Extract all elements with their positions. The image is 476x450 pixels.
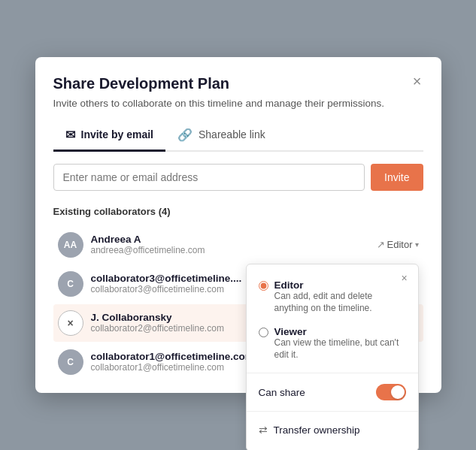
collaborator-name: Andreea A — [91, 234, 369, 245]
viewer-label: Viewer — [274, 326, 406, 337]
collaborators-section-title: Existing collaborators (4) — [53, 206, 423, 217]
toggle-thumb — [391, 385, 405, 399]
external-link-icon: ↗ — [377, 239, 385, 250]
viewer-description: Can view the timeline, but can't edit it… — [274, 337, 406, 361]
transfer-label: Transfer ownership — [274, 424, 360, 436]
collaborator-role[interactable]: ↗ Editor ▾ — [377, 239, 419, 250]
can-share-row: Can share — [247, 379, 418, 405]
transfer-ownership-row[interactable]: ⇄ Transfer ownership — [247, 418, 418, 442]
tab-bar: ✉ Invite by email 🔗 Shareable link — [53, 120, 423, 152]
link-icon: 🔗 — [177, 128, 193, 142]
can-share-label: Can share — [259, 387, 305, 398]
tab-invite-by-email[interactable]: ✉ Invite by email — [53, 120, 165, 152]
collaborator-info: Andreea A andreea@officetimeline.com — [91, 234, 369, 255]
dropdown-divider — [247, 373, 418, 373]
viewer-option-text: Viewer Can view the timeline, but can't … — [274, 326, 406, 361]
collaborator-email: andreea@officetimeline.com — [91, 245, 369, 255]
collaborator-item: AA Andreea A andreea@officetimeline.com … — [53, 226, 423, 264]
modal-close-button[interactable]: × — [407, 71, 428, 92]
email-icon: ✉ — [65, 128, 75, 142]
avatar: C — [58, 349, 83, 375]
editor-description: Can add, edit and delete anything on the… — [274, 291, 406, 314]
avatar: C — [58, 271, 83, 297]
tab-invite-label: Invite by email — [81, 128, 153, 140]
dropdown-divider-2 — [247, 411, 418, 412]
editor-option[interactable]: Editor Can add, edit and delete anything… — [247, 273, 418, 320]
share-modal: Share Development Plan Invite others to … — [35, 57, 441, 393]
invite-input[interactable] — [53, 164, 365, 191]
modal-title: Share Development Plan — [53, 75, 423, 92]
tab-shareable-link[interactable]: 🔗 Shareable link — [165, 120, 277, 152]
viewer-option[interactable]: Viewer Can view the timeline, but can't … — [247, 320, 418, 367]
can-share-toggle[interactable] — [376, 384, 406, 400]
transfer-icon: ⇄ — [259, 424, 268, 436]
role-label: Editor — [387, 239, 413, 250]
invite-button[interactable]: Invite — [371, 164, 423, 191]
dropdown-close-button[interactable]: × — [397, 270, 412, 285]
role-dropdown-popup: × Editor Can add, edit and delete anythi… — [246, 264, 419, 450]
editor-radio[interactable] — [259, 281, 268, 291]
chevron-down-icon: ▾ — [415, 240, 419, 249]
modal-subtitle: Invite others to collaborate on this tim… — [53, 97, 423, 111]
invite-row: Invite — [53, 164, 423, 191]
tab-link-label: Shareable link — [199, 128, 265, 140]
modal-header: Share Development Plan Invite others to … — [35, 57, 441, 120]
editor-label: Editor — [274, 279, 406, 291]
editor-option-text: Editor Can add, edit and delete anything… — [274, 279, 406, 314]
viewer-radio[interactable] — [259, 328, 268, 337]
avatar-close[interactable]: × — [58, 310, 83, 336]
avatar: AA — [58, 232, 83, 258]
